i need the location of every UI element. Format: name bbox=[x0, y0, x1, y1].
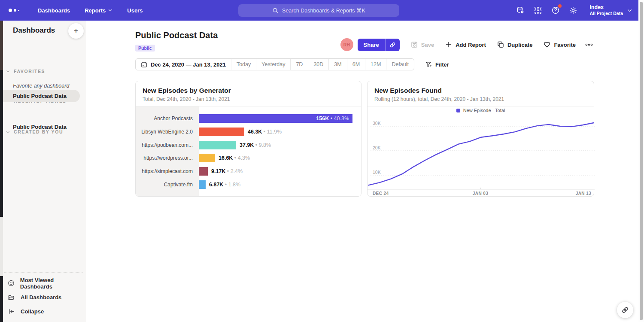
collapse-icon bbox=[8, 308, 15, 315]
heart-icon bbox=[544, 41, 550, 48]
preset-12m[interactable]: 12M bbox=[365, 59, 386, 70]
bar-segment[interactable] bbox=[199, 128, 244, 136]
sidebar-item-public-podcast-data-created[interactable]: Public Podcast Data bbox=[0, 121, 80, 133]
project-name: Index bbox=[589, 4, 623, 11]
bar-chart-subtitle: Total, Dec 24th, 2020 - Jan 13th, 2021 bbox=[143, 96, 354, 102]
preset-6m[interactable]: 6M bbox=[347, 59, 365, 70]
line-chart-subtitle: Rolling (12 hours), total, Dec 24th, 202… bbox=[374, 96, 587, 102]
share-link-icon[interactable] bbox=[386, 39, 400, 51]
bar-segment[interactable] bbox=[199, 180, 206, 189]
filter-button[interactable]: Filter bbox=[425, 61, 449, 68]
share-button[interactable]: Share bbox=[358, 39, 400, 51]
bar-value-label: 6.87K • 1.8% bbox=[209, 182, 240, 188]
preset-default[interactable]: Default bbox=[386, 59, 414, 70]
background-window-artifact bbox=[0, 276, 3, 322]
line-series bbox=[368, 116, 595, 193]
header-actions: RH Share Save Add Report Duplicate Favor… bbox=[340, 38, 593, 51]
y-tick-10k: 10K bbox=[373, 170, 381, 175]
chevron-down-icon bbox=[108, 8, 112, 12]
chevron-down-icon bbox=[6, 70, 10, 73]
bar-chart-card: New Episodes by Generator Total, Dec 24t… bbox=[135, 81, 361, 197]
scrollbar-track bbox=[638, 0, 644, 322]
bar-value-label: 9.17K • 2.4% bbox=[211, 168, 243, 174]
bar-row: Anchor Podcasts156K • 40.3% bbox=[136, 112, 361, 125]
chart-legend: New Episode - Total bbox=[368, 108, 594, 113]
data-source-icon[interactable] bbox=[516, 6, 525, 15]
avatar[interactable]: RH bbox=[340, 38, 353, 51]
more-options-button[interactable] bbox=[585, 43, 593, 46]
preset-3m[interactable]: 3M bbox=[328, 59, 346, 70]
bar-category-label: Libsyn WebEngine 2.0 bbox=[136, 129, 199, 135]
scrollbar-thumb[interactable] bbox=[640, 2, 643, 320]
search-icon bbox=[272, 7, 279, 14]
date-range-group: Dec 24, 2020 — Jan 13, 2021 TodayYesterd… bbox=[135, 58, 414, 70]
apps-grid-icon[interactable] bbox=[533, 6, 543, 15]
bar-segment[interactable] bbox=[199, 141, 236, 149]
sidebar-item-public-podcast-data-recent[interactable]: Public Podcast Data bbox=[0, 90, 80, 102]
save-icon bbox=[411, 41, 418, 48]
preset-yesterday[interactable]: Yesterday bbox=[256, 59, 290, 70]
bar-category-label: Captivate.fm bbox=[136, 182, 199, 188]
folder-icon bbox=[8, 294, 15, 301]
line-chart-title: New Episodes Found bbox=[374, 87, 587, 94]
nav-dashboards[interactable]: Dashboards bbox=[38, 7, 70, 14]
more-dots-icon bbox=[585, 43, 593, 46]
bar-value-label: 16.6K • 4.3% bbox=[219, 155, 250, 161]
preset-30d[interactable]: 30D bbox=[308, 59, 328, 70]
most-viewed-dashboards-item[interactable]: Most Viewed Dashboards bbox=[8, 276, 83, 290]
favorite-button[interactable]: Favorite bbox=[544, 41, 576, 48]
bar-category-label: https://wordpress.or... bbox=[136, 155, 199, 161]
legend-label: New Episode - Total bbox=[463, 108, 505, 113]
bar-segment[interactable] bbox=[199, 154, 215, 162]
bar-chart-title: New Episodes by Generator bbox=[143, 87, 354, 94]
collapse-sidebar-item[interactable]: Collapse bbox=[8, 304, 83, 319]
filter-funnel-icon bbox=[425, 61, 432, 68]
preset-today[interactable]: Today bbox=[231, 59, 256, 70]
line-card-header: New Episodes Found Rolling (12 hours), t… bbox=[368, 81, 594, 106]
background-window-artifact bbox=[0, 217, 3, 276]
bar-row: Libsyn WebEngine 2.046.3K • 11.9% bbox=[136, 125, 361, 139]
bar-row: https://podbean.com...37.9K • 9.8% bbox=[136, 138, 361, 152]
top-navbar: Dashboards Reports Users Search Dashboar… bbox=[0, 0, 644, 21]
sidebar: Dashboards + FAVORITES Favorite any dash… bbox=[0, 21, 86, 322]
background-window-artifact bbox=[0, 70, 3, 217]
bar-value-label: 156K • 40.3% bbox=[316, 114, 349, 123]
brand-logo-dots-icon[interactable] bbox=[9, 9, 26, 12]
nav-reports[interactable]: Reports bbox=[85, 7, 112, 14]
help-icon[interactable] bbox=[551, 6, 560, 15]
project-switcher[interactable]: Index All Project Data bbox=[589, 4, 632, 17]
date-bar: Dec 24, 2020 — Jan 13, 2021 TodayYesterd… bbox=[135, 58, 449, 70]
chevron-down-icon bbox=[627, 8, 632, 13]
add-report-button[interactable]: Add Report bbox=[445, 41, 486, 48]
bar-category-label: https://podbean.com... bbox=[136, 142, 199, 148]
line-chart-card: New Episodes Found Rolling (12 hours), t… bbox=[367, 81, 594, 197]
x-tick-dec24: DEC 24 bbox=[373, 191, 389, 196]
section-favorites[interactable]: FAVORITES bbox=[6, 69, 45, 74]
favorites-empty-text: Favorite any dashboard bbox=[13, 83, 69, 89]
nav-users[interactable]: Users bbox=[127, 7, 143, 14]
page-title: Public Podcast Data bbox=[135, 30, 218, 40]
bar-segment[interactable] bbox=[199, 167, 208, 176]
bar-category-label: Anchor Podcasts bbox=[136, 115, 199, 122]
smiley-icon bbox=[8, 279, 15, 287]
bar-value-label: 37.9K • 9.8% bbox=[240, 142, 271, 148]
project-scope: All Project Data bbox=[589, 11, 623, 16]
preset-7d[interactable]: 7D bbox=[290, 59, 308, 70]
bar-card-header: New Episodes by Generator Total, Dec 24t… bbox=[136, 81, 361, 106]
search-input[interactable]: Search Dashboards & Reports ⌘K bbox=[238, 4, 399, 17]
copy-link-floating-button[interactable] bbox=[617, 302, 633, 318]
all-dashboards-item[interactable]: All Dashboards bbox=[8, 290, 83, 304]
add-dashboard-button[interactable]: + bbox=[68, 23, 84, 39]
save-button[interactable]: Save bbox=[411, 41, 434, 48]
duplicate-button[interactable]: Duplicate bbox=[497, 41, 533, 48]
calendar-icon bbox=[141, 61, 147, 68]
bar-row: https://simplecast.com9.17K • 2.4% bbox=[136, 165, 361, 178]
bar-value-label: 46.3K • 11.9% bbox=[248, 129, 282, 135]
main-content: Public Podcast Data Public RH Share Save… bbox=[86, 21, 644, 322]
settings-gear-icon[interactable] bbox=[568, 6, 578, 15]
y-tick-20k: 20K bbox=[373, 145, 381, 150]
x-tick-jan03: JAN 03 bbox=[468, 191, 493, 196]
x-tick-jan13: JAN 13 bbox=[576, 191, 591, 196]
date-range-picker[interactable]: Dec 24, 2020 — Jan 13, 2021 bbox=[136, 59, 231, 70]
bar-segment[interactable]: 156K • 40.3% bbox=[199, 114, 352, 123]
